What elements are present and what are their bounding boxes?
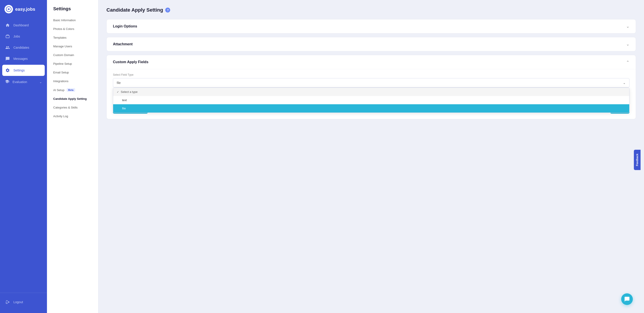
- login-options-card: Login Options ⌄: [106, 19, 636, 33]
- sidebar-item-messages[interactable]: Messages: [0, 53, 47, 64]
- logout-icon: [5, 299, 10, 305]
- sidebar-item-candidates[interactable]: Candidates: [0, 42, 47, 53]
- attachment-chevron: ⌄: [626, 42, 630, 47]
- sidebar-label-jobs: Jobs: [14, 35, 20, 38]
- settings-panel-title: Settings: [47, 6, 98, 16]
- sidebar-item-evaluation[interactable]: Evaluation ⌄: [0, 76, 47, 87]
- sidebar-item-jobs[interactable]: Jobs: [0, 31, 47, 42]
- dropdown-option-text[interactable]: text: [113, 96, 629, 104]
- sidebar-label-dashboard: Dashboard: [14, 23, 29, 27]
- custom-apply-fields-header[interactable]: Custom Apply Fields ⌄: [107, 55, 636, 69]
- page-header: Candidate Apply Setting ?: [106, 7, 636, 13]
- logo-icon: [4, 5, 13, 13]
- attachment-card: Attachment ⌄: [106, 37, 636, 51]
- sidebar-label-logout: Logout: [14, 300, 23, 304]
- sidebar-label-evaluation: Evaluation: [12, 80, 27, 84]
- users-icon: [5, 45, 10, 50]
- sidebar-item-dashboard[interactable]: Dashboard: [0, 20, 47, 31]
- settings-nav-manage-users[interactable]: Manage Users: [47, 42, 98, 51]
- settings-nav-email-setup[interactable]: Email Setup: [47, 68, 98, 77]
- field-type-select-container: file ⌄ ✓ Select a type text: [113, 78, 630, 88]
- settings-nav-custom-domain[interactable]: Custom Domain: [47, 51, 98, 59]
- field-type-dropdown-menu: ✓ Select a type text file: [113, 88, 630, 113]
- chat-icon: [5, 56, 10, 61]
- sidebar-nav: Dashboard Jobs Candidates Messages: [0, 18, 47, 293]
- sidebar-label-messages: Messages: [14, 57, 28, 60]
- settings-nav-photos-colors[interactable]: Photos & Colors: [47, 24, 98, 33]
- graduation-icon: [5, 79, 10, 84]
- sidebar-label-candidates: Candidates: [14, 46, 29, 49]
- content-area: Candidate Apply Setting ? Login Options …: [98, 0, 644, 313]
- home-icon: [5, 22, 10, 28]
- settings-panel: Settings Basic Information Photos & Colo…: [47, 0, 98, 313]
- app-logo[interactable]: easy.jobs: [0, 0, 47, 18]
- settings-nav-templates[interactable]: Templates: [47, 33, 98, 42]
- settings-nav-candidate-apply-setting[interactable]: Candidate Apply Setting: [47, 94, 98, 103]
- attachment-header[interactable]: Attachment ⌄: [107, 37, 636, 51]
- settings-nav-activity-log[interactable]: Activity Log: [47, 112, 98, 121]
- sidebar-item-settings[interactable]: Settings: [2, 65, 45, 76]
- checkmark-icon: ✓: [117, 90, 119, 94]
- settings-nav: Basic Information Photos & Colors Templa…: [47, 16, 98, 121]
- dropdown-option-select-a-type[interactable]: ✓ Select a type: [113, 88, 629, 96]
- attachment-title: Attachment: [113, 42, 132, 46]
- page-title: Candidate Apply Setting: [106, 7, 163, 13]
- main-area: Settings Basic Information Photos & Colo…: [47, 0, 644, 313]
- app-name: easy.jobs: [15, 7, 35, 12]
- dropdown-option-file[interactable]: file: [113, 104, 629, 113]
- settings-nav-pipeline-setup[interactable]: Pipeline Setup: [47, 59, 98, 68]
- chevron-down-icon: ⌄: [39, 80, 42, 84]
- custom-apply-fields-body: Select Field Type file ⌄ ✓ Select a type: [107, 69, 636, 119]
- briefcase-icon: [5, 34, 10, 39]
- sidebar: easy.jobs Dashboard Jobs Candidates: [0, 0, 47, 313]
- dropdown-arrow-icon: ⌄: [623, 81, 626, 85]
- settings-nav-basic-information[interactable]: Basic Information: [47, 16, 98, 24]
- login-options-header[interactable]: Login Options ⌄: [107, 19, 636, 33]
- settings-nav-ai-setup[interactable]: AI Setup Beta: [47, 86, 98, 94]
- gear-icon: [5, 68, 10, 73]
- chat-button[interactable]: [621, 293, 633, 305]
- field-type-dropdown[interactable]: file ⌄: [113, 78, 630, 88]
- custom-apply-fields-chevron: ⌄: [626, 60, 630, 64]
- sidebar-item-logout[interactable]: Logout: [0, 297, 47, 308]
- ai-setup-badge: Beta: [67, 88, 75, 92]
- help-icon[interactable]: ?: [165, 7, 170, 12]
- feedback-tab[interactable]: Feedback: [634, 150, 640, 170]
- field-type-label: Select Field Type: [113, 73, 630, 76]
- custom-apply-fields-card: Custom Apply Fields ⌄ Select Field Type …: [106, 55, 636, 119]
- settings-nav-integrations[interactable]: Integrations: [47, 77, 98, 86]
- custom-apply-fields-title: Custom Apply Fields: [113, 60, 148, 64]
- login-options-chevron: ⌄: [626, 24, 630, 29]
- dropdown-selected-value: file: [117, 81, 121, 85]
- sidebar-bottom: Logout: [0, 293, 47, 313]
- login-options-title: Login Options: [113, 24, 137, 28]
- sidebar-label-settings: Settings: [14, 69, 25, 72]
- settings-nav-categories-skills[interactable]: Categories & Skills: [47, 103, 98, 112]
